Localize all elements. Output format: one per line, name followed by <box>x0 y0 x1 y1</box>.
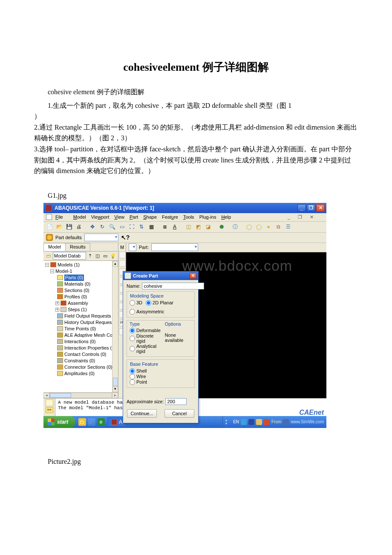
context-help-icon[interactable]: ↖? <box>121 234 130 241</box>
menu-viewport[interactable]: Viewport <box>91 214 110 220</box>
radio-point[interactable]: Point <box>130 379 192 385</box>
cycle-icon[interactable]: ⇅ <box>137 223 146 231</box>
save-icon[interactable]: 💾 <box>65 223 73 231</box>
tree-amplitudes[interactable]: Amplitudes (0) <box>64 370 95 377</box>
menu-view[interactable]: View <box>114 214 124 220</box>
dialog-titlebar[interactable]: Create Part ✕ <box>123 272 198 280</box>
fit-icon[interactable]: ⛶ <box>127 223 136 231</box>
tree-constraints[interactable]: Constraints (0) <box>64 358 95 364</box>
pan-icon[interactable]: ✥ <box>88 223 97 231</box>
menu-model[interactable]: Model <box>73 214 86 220</box>
start-button[interactable]: start <box>43 416 75 428</box>
dialog-close-button[interactable]: ✕ <box>190 273 196 279</box>
part-combo[interactable] <box>151 243 198 251</box>
radio-analytical-rigid[interactable]: Analytical rigid <box>130 344 161 354</box>
perspective3-icon[interactable]: ◪ <box>204 223 212 231</box>
radio-2d-planar[interactable]: 2D Planar <box>146 300 173 306</box>
tree-hscroll-right[interactable]: ▸ <box>112 393 118 398</box>
print-icon[interactable]: 🖨 <box>75 223 83 231</box>
box-zoom-icon[interactable]: ▭ <box>118 223 126 231</box>
tray-icon-5[interactable] <box>283 419 289 425</box>
tree-materials[interactable]: Materials (0) <box>64 281 90 287</box>
tab-model[interactable]: Model <box>43 243 66 251</box>
module-combo[interactable] <box>129 243 136 251</box>
perspective1-icon[interactable]: ◫ <box>184 223 193 231</box>
radio-deformable[interactable]: Deformable <box>130 328 161 333</box>
menu-plugins[interactable]: Plug-ins <box>199 214 216 220</box>
menu-help[interactable]: Help <box>221 214 231 220</box>
grid-icon[interactable]: ▦ <box>147 223 156 231</box>
maximize-button[interactable]: ❐ <box>307 204 315 212</box>
info-icon[interactable]: ⓘ <box>231 223 239 231</box>
name-input[interactable] <box>142 283 204 289</box>
model-database-combo[interactable]: Model Datab <box>53 252 86 260</box>
tree-hint-icon[interactable]: 💡 <box>110 252 116 259</box>
tree-root[interactable]: Models (1) <box>58 262 80 268</box>
tree-steps[interactable]: Steps (1) <box>68 306 87 313</box>
render2-icon[interactable]: ◯ <box>254 223 263 231</box>
tree-contact-controls[interactable]: Contact Controls (0) <box>64 351 106 358</box>
tree-hscroll-left[interactable]: ◂ <box>43 393 49 398</box>
tray-icon-2[interactable] <box>248 419 254 425</box>
tree-interactions[interactable]: Interactions (0) <box>64 338 95 345</box>
toolbox-create-part-icon[interactable] <box>119 251 126 258</box>
model-tree[interactable]: −Models (1) −Model-1 Parts (0) Materials… <box>43 261 118 392</box>
message-icon[interactable] <box>46 399 53 406</box>
render3-icon[interactable]: ● <box>264 223 273 231</box>
tree-ale[interactable]: ALE Adaptive Mesh Con <box>64 332 115 338</box>
radio-axisymmetric[interactable]: Axisymmetric <box>130 309 164 315</box>
tree-profiles[interactable]: Profiles (0) <box>64 294 87 300</box>
tree-interaction-props[interactable]: Interaction Properties ( <box>64 345 112 351</box>
message-expand-icon[interactable]: »» <box>46 407 53 413</box>
new-icon[interactable]: 📄 <box>45 223 54 231</box>
list-icon[interactable]: ≣ <box>161 223 169 231</box>
layout-icon[interactable]: ⧉ <box>274 223 282 231</box>
tray-icon-3[interactable] <box>256 419 262 425</box>
tree-vscroll-thumb[interactable] <box>113 378 118 386</box>
rotate-icon[interactable]: ↻ <box>98 223 107 231</box>
tab-results[interactable]: Results <box>65 243 90 251</box>
layers-icon[interactable]: ☰ <box>284 223 292 231</box>
tray-icon-4[interactable] <box>264 419 270 425</box>
tree-history-output[interactable]: History Output Reques <box>64 319 112 326</box>
render1-icon[interactable]: ◯ <box>245 223 253 231</box>
tree-timepoints[interactable]: Time Points (0) <box>64 326 96 332</box>
menu-part[interactable]: Part <box>130 214 138 220</box>
tree-vscroll-up[interactable]: ▴ <box>112 261 118 267</box>
font-icon[interactable]: A <box>170 223 179 231</box>
mdi-minimize-icon[interactable]: _ <box>288 214 290 220</box>
tray-lang[interactable]: EN <box>233 419 239 424</box>
radio-wire[interactable]: Wire <box>130 374 192 379</box>
close-button[interactable]: ✕ <box>316 204 325 212</box>
iso-icon[interactable]: ⬢ <box>217 223 226 231</box>
tree-filter-icon[interactable]: ◫ <box>95 252 101 259</box>
tree-connector-sections[interactable]: Connector Sections (0) <box>64 364 112 370</box>
tree-up-icon[interactable]: ⇡ <box>87 252 94 259</box>
menu-file[interactable]: File <box>55 214 68 220</box>
quicklaunch-icon-2[interactable]: ☄ <box>88 418 95 426</box>
tree-assembly[interactable]: Assembly <box>68 300 88 306</box>
menu-shape[interactable]: Shape <box>143 214 157 220</box>
radio-discrete-rigid[interactable]: Discrete rigid <box>130 333 161 344</box>
open-icon[interactable]: 📂 <box>55 223 63 231</box>
perspective2-icon[interactable]: ◩ <box>194 223 202 231</box>
quicklaunch-icon-1[interactable]: 🗀 <box>78 418 86 426</box>
part-defaults-combo[interactable] <box>84 234 118 241</box>
mdi-restore-icon[interactable]: ❐ <box>298 214 302 220</box>
tree-parts[interactable]: Parts (0) <box>64 275 84 281</box>
quicklaunch-icon-3[interactable]: e <box>97 418 105 426</box>
tree-field-output[interactable]: Field Output Requests <box>64 313 111 319</box>
menu-feature[interactable]: Feature <box>162 214 178 220</box>
query-icon[interactable] <box>46 234 53 241</box>
tree-model[interactable]: Model-1 <box>55 268 72 275</box>
tree-expand-icon[interactable]: ▭ <box>102 252 109 259</box>
minimize-button[interactable]: _ <box>297 204 306 212</box>
tray-icon-1[interactable] <box>241 419 247 425</box>
tree-sections[interactable]: Sections (0) <box>64 287 89 294</box>
tree-vscroll-down[interactable]: ▾ <box>112 386 118 392</box>
menu-tools[interactable]: Tools <box>183 214 194 220</box>
tree-hscroll-track[interactable] <box>49 393 112 398</box>
toolbox-icon-2[interactable] <box>119 260 126 267</box>
mdi-close-icon[interactable]: ✕ <box>310 214 314 220</box>
radio-3d[interactable]: 3D <box>130 300 142 306</box>
